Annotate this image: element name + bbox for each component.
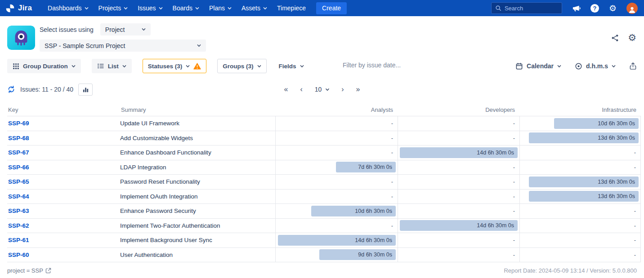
export-button[interactable] <box>629 62 637 71</box>
duration-bar: 13d 6h 30m 0s <box>529 132 639 143</box>
issue-key-link[interactable]: SSP-61 <box>8 237 29 243</box>
search-box[interactable] <box>491 2 562 14</box>
duration-bar: 9d 6h 30m 0s <box>319 249 396 260</box>
toolbar-left: Group Duration List Statuses (3) <box>7 59 305 73</box>
share-button[interactable] <box>611 34 619 42</box>
chevron-down-icon <box>300 64 304 68</box>
duration-label: 13d 6h 30m 0s <box>598 135 635 141</box>
nav-item-issues[interactable]: Issues <box>133 0 167 16</box>
calendar-label: Calendar <box>527 62 554 70</box>
issue-source-select[interactable]: Project <box>100 23 151 35</box>
admin-gear-icon[interactable]: ⚙ <box>609 4 617 13</box>
header-actions: ⚙ <box>611 33 636 43</box>
report-toolbar: Group Duration List Statuses (3) <box>0 57 644 75</box>
chevron-down-icon <box>195 6 199 10</box>
issue-key-link[interactable]: SSP-68 <box>8 135 29 141</box>
analysts-duration-cell: 7d 6h 30m 0s <box>275 160 398 175</box>
issue-key-link[interactable]: SSP-66 <box>8 164 29 171</box>
chart-view-button[interactable] <box>78 84 93 96</box>
duration-label: 7d 6h 30m 0s <box>358 164 392 170</box>
issue-key-link[interactable]: SSP-67 <box>8 149 29 156</box>
help-icon[interactable]: ? <box>590 4 599 13</box>
user-silhouette-icon <box>628 5 636 14</box>
pager: « ‹ 10 › » <box>284 79 360 100</box>
issue-date-filter-input[interactable] <box>343 62 446 69</box>
search-input[interactable] <box>505 5 558 12</box>
infrastructure-duration-cell: - <box>519 248 641 262</box>
issue-key-cell: SSP-62 <box>7 219 120 233</box>
empty-duration: - <box>513 207 515 214</box>
empty-duration: - <box>513 120 515 127</box>
create-button[interactable]: Create <box>316 2 347 14</box>
view-mode-button[interactable]: List <box>92 59 132 73</box>
jql-filter-link[interactable]: project = SSP <box>7 267 51 274</box>
chevron-down-icon <box>85 6 89 10</box>
bar-chart-icon <box>82 86 89 93</box>
next-page-button[interactable]: › <box>341 86 344 93</box>
project-select[interactable]: SSP - Sample Scrum Project <box>40 40 206 52</box>
empty-duration: - <box>513 164 515 171</box>
duration-label: 10d 6h 30m 0s <box>598 120 635 127</box>
analysts-duration-cell: - <box>275 175 398 189</box>
nav-item-label: Plans <box>209 4 225 12</box>
issue-key-link[interactable]: SSP-60 <box>8 252 29 258</box>
megaphone-icon <box>572 4 581 13</box>
issue-key-link[interactable]: SSP-62 <box>8 222 29 229</box>
nav-item-assets[interactable]: Assets <box>237 0 272 16</box>
analysts-duration-cell: - <box>275 131 398 146</box>
nav-item-dashboards[interactable]: Dashboards <box>43 0 94 16</box>
duration-label: 13d 6h 30m 0s <box>598 179 635 185</box>
issue-key-link[interactable]: SSP-63 <box>8 207 29 214</box>
issue-summary: Update UI Framework <box>120 120 179 127</box>
select-issues-row: Select issues using Project <box>40 23 151 35</box>
groups-filter-button[interactable]: Groups (3) <box>217 59 266 73</box>
developers-duration-cell: - <box>398 248 519 262</box>
last-page-button[interactable]: » <box>356 86 360 93</box>
issue-key-link[interactable]: SSP-69 <box>8 120 29 127</box>
group-duration-label: Group Duration <box>23 63 68 70</box>
issue-summary: Password Reset Functionality <box>120 178 200 185</box>
issue-summary: Enhance Dashboard Functionality <box>120 149 211 156</box>
page-size-select[interactable]: 10 <box>315 86 330 93</box>
issues-table: Key Summary Analysts Developers Infrastr… <box>7 103 641 262</box>
jira-home-link[interactable]: Jira <box>5 4 32 13</box>
empty-duration: - <box>634 164 636 171</box>
group-duration-button[interactable]: Group Duration <box>7 59 81 73</box>
nav-right: ? ⚙ <box>491 2 638 14</box>
announcements-megaphone-icon[interactable] <box>572 4 581 13</box>
statuses-filter-button[interactable]: Statuses (3) <box>143 59 207 73</box>
nav-item-plans[interactable]: Plans <box>204 0 237 16</box>
first-page-button[interactable]: « <box>284 86 288 93</box>
issue-key-link[interactable]: SSP-65 <box>8 178 29 185</box>
fields-button[interactable]: Fields <box>277 59 305 73</box>
infrastructure-duration-cell: - <box>519 219 641 233</box>
issue-key-link[interactable]: SSP-64 <box>8 193 29 200</box>
duration-label: 14d 6h 30m 0s <box>355 237 392 243</box>
empty-duration: - <box>634 252 636 258</box>
calendar-view-button[interactable]: Calendar <box>515 62 561 70</box>
issue-summary: LDAP Integration <box>120 164 166 171</box>
page-size-value: 10 <box>315 86 322 93</box>
table-row: SSP-69Update UI Framework--10d 6h 30m 0s <box>7 116 641 131</box>
previous-page-button[interactable]: ‹ <box>300 86 302 93</box>
analysts-duration-cell: 9d 6h 30m 0s <box>275 248 398 262</box>
issues-table-body: SSP-69Update UI Framework--10d 6h 30m 0s… <box>7 116 641 262</box>
refresh-button[interactable] <box>7 85 15 93</box>
brand-name: Jira <box>18 4 32 13</box>
empty-duration: - <box>391 193 393 200</box>
report-settings-gear-icon[interactable]: ⚙ <box>628 33 636 43</box>
nav-item-projects[interactable]: Projects <box>94 0 133 16</box>
avatar[interactable] <box>626 3 638 14</box>
chevron-down-icon <box>142 27 146 31</box>
infrastructure-duration-cell: 13d 6h 30m 0s <box>519 175 641 189</box>
nav-item-boards[interactable]: Boards <box>168 0 204 16</box>
issue-summary: Enhance Password Security <box>120 207 196 214</box>
export-icon <box>629 62 637 71</box>
empty-duration: - <box>513 178 515 185</box>
empty-duration: - <box>391 135 393 141</box>
nav-item-timepiece[interactable]: Timepiece <box>272 0 311 16</box>
developers-duration-cell: - <box>398 116 519 131</box>
issue-key-cell: SSP-64 <box>7 190 120 204</box>
duration-format-button[interactable]: d.h.m.s <box>575 62 616 70</box>
jira-logo-icon <box>5 4 15 13</box>
